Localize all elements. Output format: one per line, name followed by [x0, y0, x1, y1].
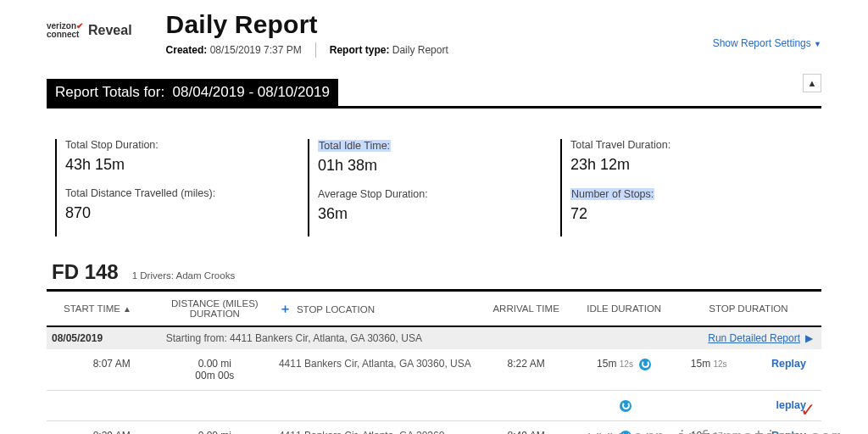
metric-value: 36m: [318, 205, 552, 223]
metric-value: 23h 12m: [570, 156, 804, 174]
col-idle[interactable]: IDLE DURATION: [573, 292, 676, 326]
metric-value: 72: [570, 205, 804, 223]
col-stop-duration[interactable]: STOP DURATION: [676, 292, 821, 326]
page-title: Daily Report: [166, 10, 679, 39]
idle-icon: [639, 359, 651, 370]
expand-icon[interactable]: ＋: [279, 301, 292, 315]
replay-link[interactable]: Replay: [771, 358, 806, 370]
metric-label: Number of Stops:: [570, 188, 654, 200]
watermark: www.erp-information.com: [588, 426, 843, 434]
run-detailed-report-link[interactable]: Run Detailed Report: [708, 332, 800, 344]
checkmark-icon: ✓: [800, 399, 815, 421]
metric-label: Total Stop Duration:: [65, 139, 299, 151]
brand-logo: verizon✔ connect Reveal: [47, 10, 132, 39]
play-icon[interactable]: ▶: [805, 332, 813, 344]
metric-label: Total Distance Travelled (miles):: [65, 187, 299, 199]
report-type: Daily Report: [392, 44, 448, 56]
collapse-button[interactable]: ▲: [803, 74, 821, 92]
metric-label: Total Idle Time:: [318, 140, 391, 152]
col-start-time[interactable]: START TIME ▲: [47, 292, 156, 326]
metric-value: 870: [65, 204, 299, 222]
date-group-row: 08/05/2019 Starting from: 4411 Bankers C…: [47, 326, 821, 349]
sort-asc-icon: ▲: [123, 304, 131, 314]
metric-value: 01h 38m: [318, 157, 552, 175]
show-settings-link[interactable]: Show Report Settings ▼: [713, 10, 821, 49]
idle-icon: [620, 400, 632, 412]
col-distance[interactable]: DISTANCE (MILES)DURATION: [156, 292, 274, 326]
created-timestamp: 08/15/2019 7:37 PM: [210, 44, 302, 56]
totals-header: Report Totals for: 08/04/2019 - 08/10/20…: [47, 79, 338, 106]
table-row: 8:07 AM 0.00 mi00m 00s 4411 Bankers Cir,…: [47, 349, 821, 391]
metric-value: 43h 15m: [65, 156, 299, 174]
vehicle-name: FD 148: [52, 260, 119, 284]
table-row: leplay: [47, 391, 821, 421]
metric-label: Average Stop Duration:: [318, 188, 552, 200]
col-arrival[interactable]: ARRIVAL TIME: [480, 292, 573, 326]
vehicle-driver: 1 Drivers: Adam Crooks: [132, 270, 235, 281]
chevron-down-icon: ▼: [814, 40, 821, 48]
metric-label: Total Travel Duration:: [570, 139, 804, 151]
col-stop-location[interactable]: ＋STOP LOCATION: [274, 292, 480, 326]
